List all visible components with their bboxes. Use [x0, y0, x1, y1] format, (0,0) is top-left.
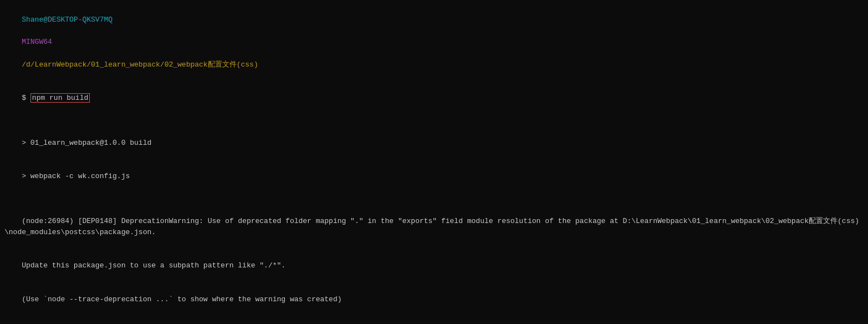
path: /d/LearnWebpack/01_learn_webpack/02_webp… — [22, 60, 258, 69]
deprecation-warning: (node:26984) [DEP0148] DeprecationWarnin… — [4, 205, 864, 250]
command-line: $ npm run build — [4, 82, 864, 115]
build-info-1: > 01_learn_webpack@1.0.0 build — [4, 126, 864, 160]
update-note: Update this package.json to use a subpat… — [4, 249, 864, 282]
username: Shane@DESKTOP-QKSV7MQ — [22, 16, 113, 24]
build-info-2: > webpack -c wk.config.js — [4, 160, 864, 193]
terminal-window: Shane@DESKTOP-QKSV7MQ MINGW64 /d/LearnWe… — [0, 0, 868, 324]
trace-note: (Use `node --trace-deprecation ...` to s… — [4, 283, 864, 316]
asset-line: asset bundle.js 4.22 KiB [emitted] [mini… — [4, 316, 864, 324]
empty-1 — [4, 115, 864, 126]
command-highlight: npm run build — [30, 93, 90, 103]
empty-2 — [4, 193, 864, 204]
shell-name: MINGW64 — [22, 38, 52, 46]
prompt-line-1: Shane@DESKTOP-QKSV7MQ MINGW64 /d/LearnWe… — [4, 3, 864, 82]
